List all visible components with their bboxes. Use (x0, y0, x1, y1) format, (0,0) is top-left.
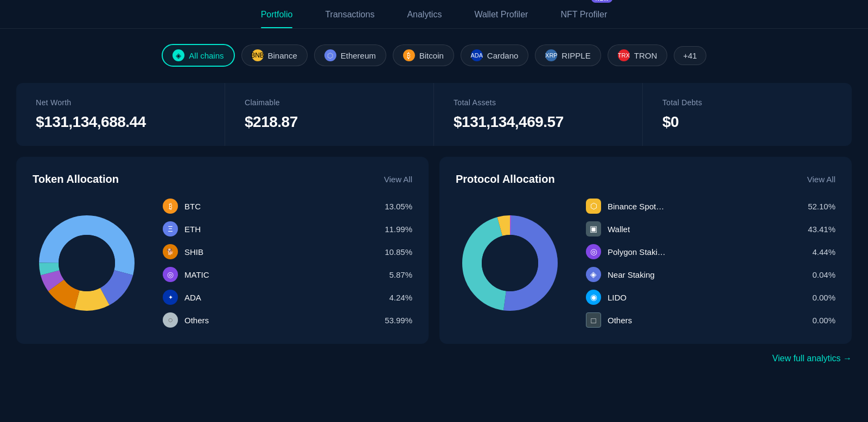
claimable-label: Claimable (245, 98, 414, 107)
net-worth-label: Net Worth (36, 98, 205, 107)
nav-transactions[interactable]: Transactions (325, 10, 374, 28)
token-donut-chart (33, 209, 141, 317)
legend-item-wallet: ▣ Wallet 43.41% (586, 221, 835, 236)
main-nav: Portfolio Transactions Analytics Wallet … (0, 0, 868, 29)
others-proto-icon: □ (586, 312, 601, 328)
protocol-view-all-btn[interactable]: View All (807, 175, 835, 184)
cardano-icon: ADA (471, 49, 483, 61)
protocol-chart-area: ⬡ Binance Spot… 52.10% ▣ Wallet 43.41% ◎… (456, 199, 835, 328)
legend-item-shib: 🐕 SHIB 10.85% (163, 244, 412, 259)
near-staking-name: Near Staking (608, 270, 796, 279)
stats-row: Net Worth $131,134,688.44 Claimable $218… (16, 83, 852, 146)
token-donut-svg (33, 209, 141, 317)
chain-pill-cardano[interactable]: ADA Cardano (461, 44, 529, 66)
matic-icon: ◎ (163, 267, 178, 282)
total-debts-label: Total Debts (662, 98, 832, 107)
near-staking-icon: ◈ (586, 267, 601, 282)
nav-wallet-profiler[interactable]: Wallet Profiler (474, 10, 528, 28)
binance-icon: BNB (252, 49, 264, 61)
ada-icon: ✦ (163, 290, 178, 305)
protocol-donut-chart (456, 209, 564, 317)
shib-name: SHIB (184, 247, 373, 257)
legend-item-others: ○ Others 53.99% (163, 312, 412, 328)
btc-name: BTC (184, 202, 373, 211)
wallet-icon: ▣ (586, 221, 601, 236)
ada-pct: 4.24% (380, 293, 412, 302)
tron-icon: TRX (618, 49, 630, 61)
shib-pct: 10.85% (380, 247, 412, 257)
others-proto-pct: 0.00% (803, 316, 835, 325)
token-legend: ₿ BTC 13.05% Ξ ETH 11.99% 🐕 SHIB 10.85% (163, 199, 412, 328)
claimable-value: $218.87 (245, 113, 414, 131)
chain-pill-binance[interactable]: BNB Binance (241, 44, 308, 66)
legend-item-btc: ₿ BTC 13.05% (163, 199, 412, 214)
others-token-pct: 53.99% (380, 316, 412, 325)
eth-icon: Ξ (163, 221, 178, 236)
others-proto-name: Others (608, 316, 796, 325)
legend-item-matic: ◎ MATIC 5.87% (163, 267, 412, 282)
protocol-allocation-title: Protocol Allocation (456, 173, 555, 186)
ripple-icon: XRP (545, 49, 557, 61)
btc-pct: 13.05% (380, 202, 412, 211)
token-allocation-title: Token Allocation (33, 173, 119, 186)
token-allocation-header: Token Allocation View All (33, 173, 412, 186)
legend-item-polygon-staking: ◎ Polygon Staki… 4.44% (586, 244, 835, 259)
polygon-staking-name: Polygon Staki… (608, 247, 796, 257)
ada-name: ADA (184, 293, 373, 302)
binance-spot-pct: 52.10% (803, 202, 835, 211)
ethereum-icon: ⬡ (324, 49, 336, 61)
legend-item-eth: Ξ ETH 11.99% (163, 221, 412, 236)
chain-pill-bitcoin[interactable]: ₿ Bitcoin (393, 44, 454, 66)
total-debts-value: $0 (662, 113, 832, 131)
total-assets-label: Total Assets (454, 98, 623, 107)
new-badge: NEW (591, 0, 612, 3)
lido-name: LIDO (608, 293, 796, 302)
eth-pct: 11.99% (380, 225, 412, 234)
stat-total-assets: Total Assets $131,134,469.57 (434, 83, 643, 146)
protocol-donut-svg (456, 209, 564, 317)
stat-net-worth: Net Worth $131,134,688.44 (16, 83, 225, 146)
chain-pill-tron[interactable]: TRX TRON (608, 44, 668, 66)
view-full-analytics[interactable]: View full analytics → (0, 344, 868, 369)
lido-pct: 0.00% (803, 293, 835, 302)
chain-pill-ripple[interactable]: XRP RIPPLE (535, 44, 601, 66)
chain-pill-ethereum[interactable]: ⬡ Ethereum (314, 44, 386, 66)
near-staking-pct: 0.04% (803, 270, 835, 279)
total-assets-value: $131,134,469.57 (454, 113, 623, 131)
protocol-legend: ⬡ Binance Spot… 52.10% ▣ Wallet 43.41% ◎… (586, 199, 835, 328)
legend-item-lido: ◉ LIDO 0.00% (586, 290, 835, 305)
stat-total-debts: Total Debts $0 (643, 83, 852, 146)
stat-claimable: Claimable $218.87 (225, 83, 434, 146)
svg-point-13 (482, 235, 538, 291)
token-chart-area: ₿ BTC 13.05% Ξ ETH 11.99% 🐕 SHIB 10.85% (33, 199, 412, 328)
legend-item-ada: ✦ ADA 4.24% (163, 290, 412, 305)
others-token-icon: ○ (163, 312, 178, 328)
chain-filters: ◈ All chains BNB Binance ⬡ Ethereum ₿ Bi… (0, 29, 868, 78)
matic-name: MATIC (184, 270, 373, 279)
legend-item-binance-spot: ⬡ Binance Spot… 52.10% (586, 199, 835, 214)
polygon-staking-pct: 4.44% (803, 247, 835, 257)
main-content: Token Allocation View All (16, 157, 852, 344)
chain-pill-allchains[interactable]: ◈ All chains (162, 44, 234, 67)
btc-icon: ₿ (163, 199, 178, 214)
lido-icon: ◉ (586, 290, 601, 305)
svg-point-7 (59, 235, 115, 291)
nav-nft-profiler[interactable]: NFT Profiler NEW (560, 10, 607, 28)
shib-icon: 🐕 (163, 244, 178, 259)
others-token-name: Others (184, 316, 373, 325)
legend-item-near-staking: ◈ Near Staking 0.04% (586, 267, 835, 282)
chain-pill-more[interactable]: +41 (674, 46, 706, 65)
token-view-all-btn[interactable]: View All (384, 175, 412, 184)
token-allocation-card: Token Allocation View All (16, 157, 429, 344)
nav-analytics[interactable]: Analytics (407, 10, 442, 28)
polygon-staking-icon: ◎ (586, 244, 601, 259)
protocol-allocation-card: Protocol Allocation View All (439, 157, 852, 344)
binance-spot-icon: ⬡ (586, 199, 601, 214)
wallet-name: Wallet (608, 225, 796, 234)
wallet-pct: 43.41% (803, 225, 835, 234)
allchains-icon: ◈ (173, 49, 184, 61)
bitcoin-icon: ₿ (403, 49, 415, 61)
nav-portfolio[interactable]: Portfolio (261, 10, 293, 28)
binance-spot-name: Binance Spot… (608, 202, 796, 211)
net-worth-value: $131,134,688.44 (36, 113, 205, 131)
